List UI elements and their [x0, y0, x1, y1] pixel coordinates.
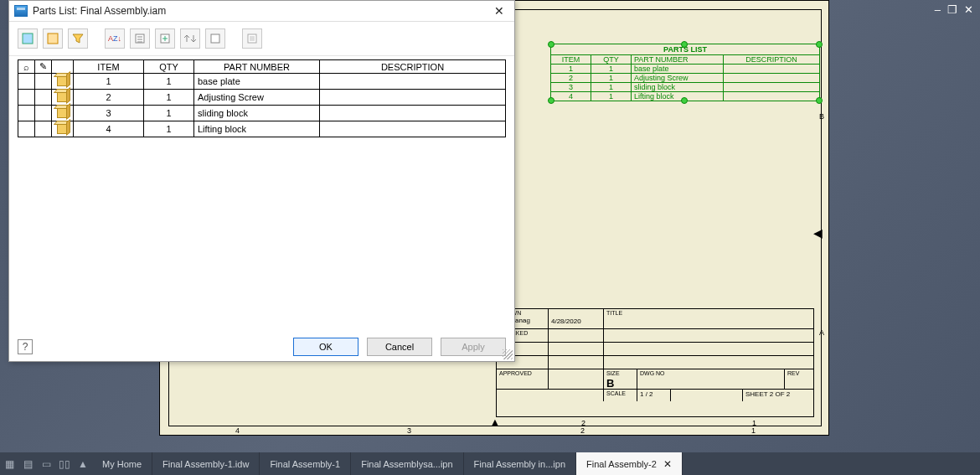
dialog-footer: ? OK Cancel Apply [9, 333, 514, 361]
document-tab[interactable]: Final Assembly-1.idw [152, 452, 260, 475]
document-tab[interactable]: Final Assembly-1 [260, 452, 351, 475]
table-row[interactable]: 31sliding block [18, 106, 506, 121]
part-icon [57, 75, 69, 86]
ok-button[interactable]: OK [293, 338, 358, 356]
renumber-icon[interactable] [155, 28, 175, 49]
table-row[interactable]: 41Lifting block [18, 121, 506, 137]
help-button[interactable]: ? [18, 339, 33, 354]
dialog-title: Parts List: Final Assembly.iam [33, 5, 166, 17]
part-icon [57, 122, 69, 134]
document-tab-bar: ▦ ▤ ▭ ▯▯ ▲ My Home Final Assembly-1.idwF… [0, 452, 980, 475]
sheet-parts-list-header: ITEM QTY PART NUMBER DESCRIPTION [551, 55, 819, 65]
dialog-titlebar[interactable]: Parts List: Final Assembly.iam ✕ [9, 1, 514, 22]
sheet-number: SHEET 2 OF 2 [743, 390, 813, 401]
approved-label: APPROVED [497, 369, 549, 389]
resize-grip[interactable] [503, 349, 513, 359]
layout-grid-icon[interactable]: ▤ [18, 452, 37, 475]
arrow-right-icon: ◀ [813, 226, 823, 240]
dialog-close-button[interactable]: ✕ [489, 4, 509, 18]
table-row[interactable]: 21Adjusting Screw [18, 90, 506, 106]
col-chooser-icon[interactable] [18, 28, 38, 49]
parts-list-icon [14, 5, 28, 17]
sheet-parts-list[interactable]: PARTS LIST ITEM QTY PART NUMBER DESCRIPT… [550, 44, 820, 101]
title-block: DRAWN astriyanag 4/28/2020 TITLE CHECKED… [496, 308, 814, 417]
dialog-toolbar: AZ↓ [9, 22, 514, 56]
dialog-body: ⌕ ✎ ITEM QTY PART NUMBER DESCRIPTION 11b… [9, 56, 514, 333]
selection-handle[interactable] [548, 41, 554, 48]
size-label: SIZE [606, 370, 634, 377]
scale-value: 1 / 2 [637, 390, 671, 401]
layout-icon[interactable]: ▦ [0, 452, 18, 475]
export-icon[interactable] [130, 28, 150, 49]
compare-icon[interactable] [180, 28, 200, 49]
scale-label: SCALE [604, 390, 637, 401]
part-icon [57, 106, 69, 118]
sheet-tick: 3 [407, 426, 411, 435]
sheet-tick: 4 [235, 426, 240, 435]
document-tab[interactable]: Final Assembly in...ipn [464, 452, 576, 475]
apply-button[interactable]: Apply [441, 338, 506, 356]
expand-icon[interactable]: ▲ [74, 452, 92, 475]
parts-table[interactable]: ⌕ ✎ ITEM QTY PART NUMBER DESCRIPTION 11b… [18, 59, 506, 137]
filter-icon[interactable] [68, 28, 88, 49]
minimize-button[interactable]: – [935, 3, 941, 16]
sheet-tick: 2 [580, 426, 585, 435]
restore-button[interactable]: ❐ [947, 3, 957, 16]
document-tab[interactable]: Final Assemblysa...ipn [351, 452, 463, 475]
size-value: B [606, 377, 634, 390]
sheet-parts-list-row[interactable]: 21Adjusting Screw [551, 74, 819, 83]
sheet-tick: A [819, 328, 824, 337]
title-label: TITLE [606, 310, 811, 317]
svg-rect-6 [250, 36, 255, 41]
dwgno-label: DWG NO [637, 369, 785, 389]
parts-list-dialog: Parts List: Final Assembly.iam ✕ AZ↓ ⌕ ✎… [8, 0, 515, 362]
sheet-tick: 1 [751, 426, 756, 435]
table-row[interactable]: 11base plate [18, 74, 506, 90]
arrow-up-icon: ▲ [489, 416, 501, 429]
close-button[interactable]: ✕ [964, 3, 973, 16]
parts-table-header: ⌕ ✎ ITEM QTY PART NUMBER DESCRIPTION [18, 60, 506, 74]
sheet-parts-list-row[interactable]: 11base plate [551, 65, 819, 74]
selection-handle[interactable] [681, 41, 688, 48]
svg-rect-1 [48, 34, 58, 44]
rev-label: REV [785, 369, 813, 389]
update-icon[interactable] [205, 28, 225, 49]
settings-icon[interactable] [242, 28, 262, 49]
window-controls: – ❐ ✕ [928, 0, 980, 19]
cancel-button[interactable]: Cancel [367, 338, 432, 356]
drawn-date: 4/28/2020 [549, 309, 604, 328]
close-tab-icon[interactable]: ✕ [663, 458, 672, 470]
part-icon [57, 90, 69, 102]
sheet-tick: B [819, 112, 824, 121]
my-home-tab[interactable]: My Home [92, 452, 152, 475]
sheet-parts-list-row[interactable]: 31sliding block [551, 83, 819, 92]
selection-handle[interactable] [816, 41, 823, 48]
layout-columns-icon[interactable]: ▯▯ [55, 452, 74, 475]
selection-handle[interactable] [816, 97, 823, 104]
group-settings-icon[interactable] [43, 28, 63, 49]
layout-list-icon[interactable]: ▭ [37, 452, 55, 475]
selection-handle[interactable] [681, 97, 688, 104]
svg-rect-4 [211, 34, 219, 43]
selection-handle[interactable] [548, 97, 554, 104]
sort-icon[interactable]: AZ↓ [105, 28, 125, 49]
svg-rect-0 [23, 34, 33, 44]
document-tab[interactable]: Final Assembly-2✕ [576, 452, 683, 475]
